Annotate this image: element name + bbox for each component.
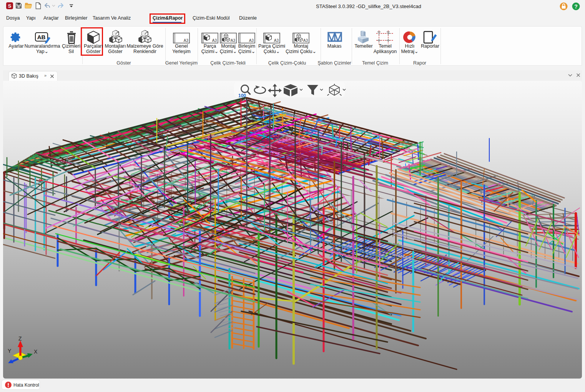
svg-text:A3: A3: [274, 38, 279, 43]
svg-text:AB: AB: [37, 34, 46, 40]
svg-text:A3: A3: [231, 38, 236, 43]
svg-text:S: S: [8, 3, 12, 9]
svg-text:A3: A3: [212, 38, 217, 43]
svg-text:A3: A3: [303, 38, 308, 43]
svg-text:A3: A3: [249, 38, 254, 43]
svg-text:100: 100: [238, 93, 246, 98]
svg-text:X: X: [34, 349, 38, 355]
svg-text:Z: Z: [18, 336, 22, 342]
svg-text:Y: Y: [8, 348, 12, 354]
svg-text:A3: A3: [184, 38, 189, 43]
svg-text:?: ?: [574, 3, 578, 10]
